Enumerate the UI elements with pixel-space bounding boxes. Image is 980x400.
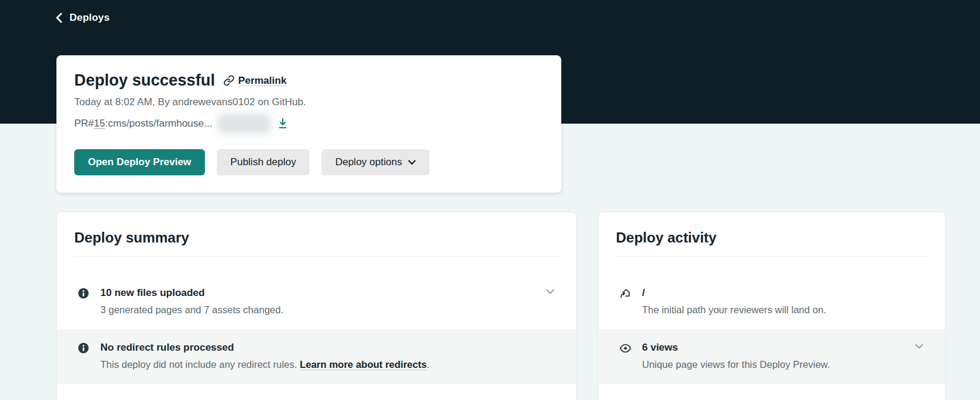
chevron-down-icon[interactable]	[915, 341, 924, 349]
divider	[74, 256, 559, 257]
row-title: 10 new files uploaded	[100, 286, 283, 300]
learn-more-redirects-link[interactable]: Learn more about redirects	[300, 359, 427, 370]
views-icon	[619, 341, 632, 355]
publish-deploy-button[interactable]: Publish deploy	[217, 149, 310, 175]
deploy-actions: Open Deploy Preview Publish deploy Deplo…	[74, 149, 543, 175]
deploy-summary-title: Deploy summary	[57, 212, 576, 246]
row-title: /	[642, 286, 826, 300]
link-icon	[223, 75, 235, 86]
deploy-summary-rows: 10 new files uploaded 3 generated pages …	[57, 275, 576, 384]
pr-prefix: PR#	[74, 118, 94, 130]
breadcrumb-back-deploys[interactable]: Deploys	[0, 0, 110, 24]
activity-row-views[interactable]: 6 views Unique page views for this Deplo…	[599, 329, 945, 384]
deploy-activity-rows: / The initial path your reviewers will l…	[599, 275, 945, 384]
deploy-byline: Today at 8:02 AM, By andrewevans0102 on …	[74, 96, 543, 108]
info-icon	[77, 286, 90, 300]
row-description: 3 generated pages and 7 assets changed.	[100, 303, 283, 316]
chevron-left-icon	[55, 12, 64, 24]
summary-row-new-files[interactable]: 10 new files uploaded 3 generated pages …	[57, 275, 576, 329]
deploy-status-card: Deploy successful Permalink Today at 8:0…	[56, 55, 561, 193]
initial-path-icon	[619, 286, 632, 300]
redacted-commit-blob	[218, 114, 270, 134]
row-description: Unique page views for this Deploy Previe…	[642, 358, 830, 371]
row-text: / The initial path your reviewers will l…	[642, 286, 826, 316]
breadcrumb-label: Deploys	[69, 12, 110, 24]
chevron-down-icon[interactable]	[546, 286, 555, 295]
open-deploy-preview-button[interactable]: Open Deploy Preview	[74, 149, 205, 175]
permalink-link[interactable]: Permalink	[223, 75, 286, 87]
summary-row-redirects: No redirect rules processed This deploy …	[57, 329, 576, 384]
row-description: The initial path your reviewers will lan…	[642, 303, 826, 316]
deploy-activity-card: Deploy activity / The initial path your …	[598, 212, 946, 400]
row-text: No redirect rules processed This deploy …	[100, 341, 429, 371]
row-title: No redirect rules processed	[100, 341, 429, 354]
deploy-activity-title: Deploy activity	[599, 212, 945, 246]
row-description-text: This deploy did not include any redirect…	[100, 359, 300, 370]
info-icon	[77, 341, 90, 354]
row-text: 6 views Unique page views for this Deplo…	[642, 341, 830, 371]
divider	[616, 256, 928, 257]
deploy-status-title: Deploy successful	[74, 71, 215, 90]
pr-number-link[interactable]: 15	[94, 118, 105, 130]
deploy-summary-card: Deploy summary 10 new files uploaded 3 g…	[56, 212, 577, 400]
deploy-options-button[interactable]: Deploy options	[321, 149, 429, 175]
activity-row-initial-path: / The initial path your reviewers will l…	[599, 275, 945, 329]
permalink-label: Permalink	[238, 75, 286, 87]
row-description-period: .	[426, 359, 429, 370]
row-description: This deploy did not include any redirect…	[100, 358, 429, 371]
row-text: 10 new files uploaded 3 generated pages …	[100, 286, 283, 316]
deploy-title-row: Deploy successful Permalink	[74, 71, 543, 90]
download-icon[interactable]	[277, 118, 288, 130]
chevron-down-icon	[408, 160, 416, 165]
deploy-options-label: Deploy options	[335, 156, 402, 168]
row-title: 6 views	[642, 341, 830, 354]
deploy-pr-line: PR#15:cms/posts/farmhouse...	[74, 114, 543, 134]
pr-path: :cms/posts/farmhouse...	[105, 118, 212, 130]
lower-cards-row: Deploy summary 10 new files uploaded 3 g…	[56, 212, 980, 400]
